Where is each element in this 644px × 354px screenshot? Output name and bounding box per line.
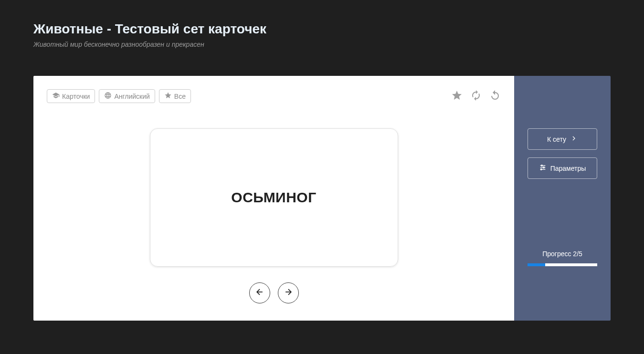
card-area: ОСЬМИНОГ (47, 113, 501, 282)
cards-icon (52, 92, 60, 101)
params-button[interactable]: Параметры (528, 157, 597, 179)
icon-row (451, 91, 501, 102)
star-icon (451, 90, 463, 103)
to-set-label: К сету (547, 135, 566, 143)
flashcard[interactable]: ОСЬМИНОГ (150, 128, 398, 267)
globe-icon (104, 92, 112, 101)
main-panel: Карточки Английский Все (33, 76, 514, 321)
star-icon (164, 92, 172, 101)
language-chip[interactable]: Английский (99, 89, 155, 103)
restart-icon (489, 90, 501, 103)
filter-chip[interactable]: Все (159, 89, 191, 103)
language-chip-label: Английский (114, 93, 149, 100)
app-container: Карточки Английский Все (33, 76, 611, 321)
to-set-button[interactable]: К сету (528, 128, 597, 150)
favorite-button[interactable] (451, 91, 463, 102)
progress-label: Прогресс 2/5 (528, 250, 597, 258)
restart-button[interactable] (489, 91, 501, 102)
sliders-icon (539, 164, 547, 173)
nav-controls (47, 282, 501, 307)
mode-chip[interactable]: Карточки (47, 89, 95, 103)
chip-row: Карточки Английский Все (47, 89, 191, 103)
side-top: К сету Параметры (528, 128, 597, 179)
flashcard-text: ОСЬМИНОГ (231, 189, 316, 206)
side-panel: К сету Параметры (514, 76, 611, 321)
prev-button[interactable] (249, 282, 270, 303)
chevron-right-icon (570, 135, 578, 144)
filter-chip-label: Все (174, 93, 186, 100)
side-bottom: Прогресс 2/5 (528, 250, 597, 266)
mode-chip-label: Карточки (62, 93, 90, 100)
page-title: Животные - Тестовый сет карточек (33, 21, 611, 37)
arrow-right-icon (284, 287, 293, 299)
progress-bar (528, 263, 597, 266)
progress-fill (528, 263, 545, 266)
next-button[interactable] (278, 282, 299, 303)
toolbar: Карточки Английский Все (47, 89, 501, 103)
arrow-left-icon (255, 287, 264, 299)
shuffle-icon (470, 90, 482, 103)
shuffle-button[interactable] (470, 91, 482, 102)
params-label: Параметры (550, 165, 586, 172)
page-subtitle: Животный мир бесконечно разнообразен и п… (33, 41, 611, 48)
